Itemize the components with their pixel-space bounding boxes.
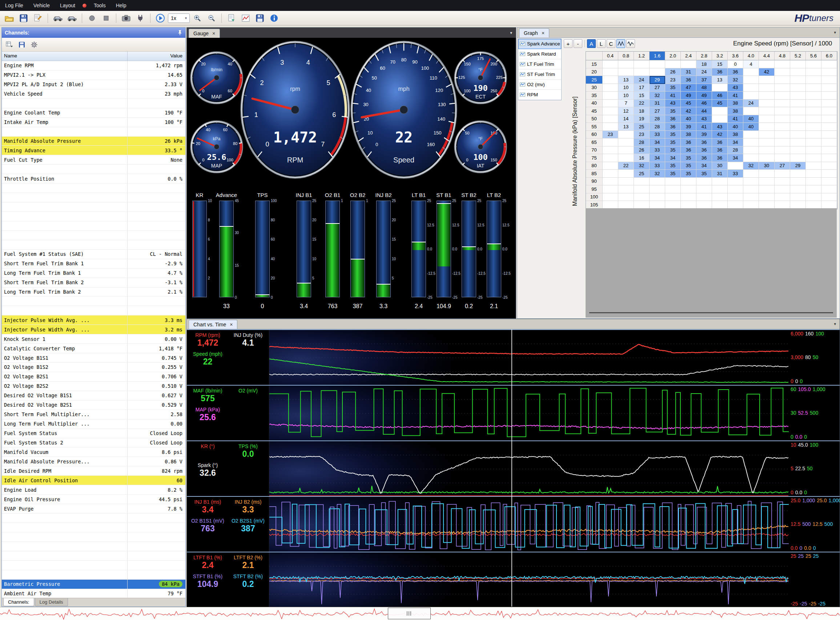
graph-cell[interactable]: 34 (696, 162, 712, 170)
graph-cell[interactable] (743, 138, 759, 146)
channel-row[interactable] (2, 533, 185, 542)
graph-cell[interactable] (790, 76, 806, 84)
graph-cell[interactable]: 35 (681, 162, 696, 170)
graph-cell[interactable]: 18 (634, 107, 650, 115)
graph-cell[interactable] (743, 170, 759, 178)
graph-cell[interactable] (603, 115, 618, 123)
graph-cell[interactable]: 24 (696, 68, 712, 76)
save-channels-button[interactable] (17, 40, 27, 50)
graph-cell[interactable] (743, 92, 759, 99)
graph-cell[interactable] (790, 178, 806, 186)
graph-cell[interactable] (728, 185, 743, 193)
layer-spark-advance[interactable]: Spark Advance (518, 39, 561, 49)
channel-row[interactable]: Engine RPM1,472 rpm (2, 61, 185, 71)
graph-cell[interactable]: 41 (728, 92, 743, 99)
graph-cell[interactable] (603, 76, 618, 84)
graph-cell[interactable]: 15 (712, 60, 728, 68)
graph-cell[interactable] (603, 170, 618, 178)
channel-row[interactable]: Short Term Fuel Trim Bank 1-2.9 % (2, 259, 185, 269)
graph-cell[interactable]: 32 (634, 162, 650, 170)
graph-cell[interactable] (806, 76, 822, 84)
graph-cell[interactable] (681, 201, 696, 209)
graph-cell[interactable] (790, 193, 806, 201)
tab-channels[interactable]: Channels: (3, 598, 34, 606)
channel-row[interactable]: Long Term Fuel Multiplier ...0.00 (2, 419, 185, 429)
zoom-out-button[interactable] (205, 12, 218, 24)
graph-cell[interactable] (822, 193, 837, 201)
graph-cell[interactable]: 27 (775, 162, 790, 170)
graph-cell[interactable] (775, 68, 790, 76)
graph-col-header[interactable]: 4.0 (743, 52, 759, 60)
graph-cell[interactable] (806, 201, 822, 209)
graph-cell[interactable] (775, 92, 790, 99)
layer-o2-mv[interactable]: O2 (mv) (518, 80, 561, 90)
graph-cell[interactable] (634, 185, 650, 193)
graph-cell[interactable] (650, 68, 665, 76)
graph-cell[interactable] (759, 201, 775, 209)
graph-cell[interactable] (696, 185, 712, 193)
graph-cell[interactable] (790, 99, 806, 108)
panel-menu-caret[interactable]: ▾ (834, 30, 836, 35)
graph-cell[interactable]: 35 (665, 131, 681, 139)
graph-cell[interactable] (759, 138, 775, 146)
graph-cell[interactable] (775, 193, 790, 201)
graph-cell[interactable]: 23 (665, 76, 681, 84)
graph-cell[interactable] (712, 115, 728, 123)
graph-cell[interactable]: 40 (743, 123, 759, 131)
graph-cell[interactable]: 49 (681, 92, 696, 99)
graph-cell[interactable] (775, 146, 790, 155)
graph-cell[interactable]: 36 (712, 154, 728, 162)
graph-cell[interactable] (775, 99, 790, 108)
graph-cell[interactable] (618, 131, 634, 139)
graph-cell[interactable]: 27 (650, 84, 665, 92)
graph-cell[interactable] (681, 193, 696, 201)
open-log-button[interactable] (3, 12, 16, 24)
graph-cell[interactable] (712, 185, 728, 193)
graph-cell[interactable]: 36 (712, 138, 728, 146)
graph-cell[interactable] (806, 178, 822, 186)
graph-cell[interactable]: 18 (696, 60, 712, 68)
graph-cell[interactable]: 13 (618, 123, 634, 131)
graph-cell[interactable]: 46 (696, 99, 712, 108)
graph-cell[interactable] (790, 123, 806, 131)
graph-row-header[interactable]: 80 (586, 162, 603, 170)
graph-cell[interactable]: 13 (712, 76, 728, 84)
graph-cell[interactable]: 36 (696, 146, 712, 155)
graph-cell[interactable] (618, 185, 634, 193)
graph-cell[interactable] (806, 138, 822, 146)
graph-cell[interactable] (603, 123, 618, 131)
graph-cell[interactable] (743, 154, 759, 162)
channel-row[interactable]: Manifold Vacuum8.6 psi (2, 447, 185, 457)
graph-cell[interactable]: 35 (696, 170, 712, 178)
graph-row-header[interactable]: 75 (586, 154, 603, 162)
graph-col-header[interactable]: 4.4 (759, 52, 775, 60)
graph-cell[interactable] (759, 146, 775, 155)
graph-cell[interactable] (806, 185, 822, 193)
graph-cell[interactable] (775, 201, 790, 209)
graph-cell[interactable] (603, 107, 618, 115)
channel-row[interactable] (2, 165, 185, 174)
waveform-toggle-icon[interactable] (616, 39, 625, 48)
graph-row-header[interactable]: 95 (586, 185, 603, 193)
graph-cell[interactable]: 34 (650, 138, 665, 146)
channel-row[interactable]: Desired O2 Voltage B2S10.529 V (2, 400, 185, 410)
graph-cell[interactable] (603, 185, 618, 193)
graph-cell[interactable] (822, 99, 837, 108)
graph-row-header[interactable]: 100 (586, 193, 603, 201)
graph-cell[interactable] (728, 193, 743, 201)
graph-cell[interactable] (665, 201, 681, 209)
channel-row[interactable]: Long Term Fuel Trim Bank 14.7 % (2, 269, 185, 278)
graph-cell[interactable] (681, 185, 696, 193)
graph-cell[interactable]: 33 (728, 170, 743, 178)
graph-cell[interactable] (790, 84, 806, 92)
graph-cell[interactable]: 38 (728, 131, 743, 139)
graph-cell[interactable]: 36 (665, 115, 681, 123)
graph-cell[interactable] (712, 107, 728, 115)
graph-cell[interactable]: 31 (650, 99, 665, 108)
graph-cell[interactable]: 42 (759, 68, 775, 76)
channel-row[interactable]: Long Term Fuel Trim Bank 22.1 % (2, 287, 185, 297)
graph-cell[interactable] (775, 84, 790, 92)
graph-col-header[interactable]: 2.0 (665, 52, 681, 60)
graph-col-header[interactable]: 0.8 (618, 52, 634, 60)
save-layout-button[interactable] (253, 12, 266, 24)
